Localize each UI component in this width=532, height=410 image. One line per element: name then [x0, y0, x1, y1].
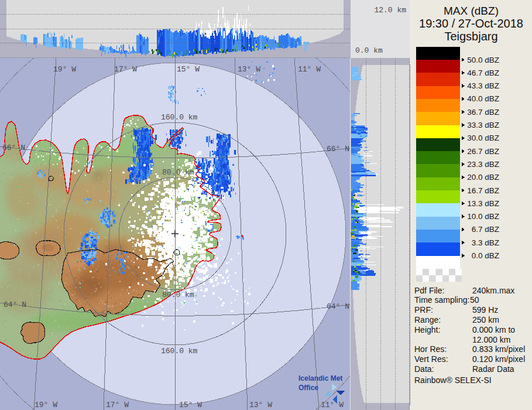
svg-text:20.0 dBZ: 20.0 dBZ: [467, 173, 499, 182]
svg-text:30.0 dBZ: 30.0 dBZ: [467, 134, 499, 142]
svg-text:80.0 km: 80.0 km: [162, 168, 194, 177]
svg-text:46.7 dBZ: 46.7 dBZ: [467, 69, 499, 77]
svg-text:Icelandic Met: Icelandic Met: [298, 374, 342, 382]
svg-text:Vert Res:: Vert Res:: [414, 354, 448, 364]
svg-text:11° W: 11° W: [321, 401, 344, 409]
svg-text:12.000 km: 12.000 km: [472, 335, 510, 344]
svg-text:0.0 dBZ: 0.0 dBZ: [472, 251, 499, 260]
svg-text:Teigsbjarg: Teigsbjarg: [444, 30, 497, 43]
svg-text:6.7 dBZ: 6.7 dBZ: [472, 225, 499, 234]
svg-text:250 km: 250 km: [472, 315, 499, 324]
svg-text:Time sampling:: Time sampling:: [414, 295, 469, 305]
svg-text:66° N: 66° N: [327, 145, 349, 153]
svg-text:50.0 dBZ: 50.0 dBZ: [467, 56, 499, 64]
svg-text:13.3 dBZ: 13.3 dBZ: [467, 199, 499, 208]
svg-text:64° N: 64° N: [4, 300, 26, 309]
svg-text:Office: Office: [298, 384, 318, 392]
svg-text:12.0 km: 12.0 km: [374, 6, 406, 15]
svg-text:26.7 dBZ: 26.7 dBZ: [467, 147, 499, 156]
svg-text:43.3 dBZ: 43.3 dBZ: [467, 81, 499, 90]
svg-text:10.0 dBZ: 10.0 dBZ: [467, 212, 499, 221]
svg-text:40.0 dBZ: 40.0 dBZ: [467, 94, 499, 103]
svg-text:80.0 km: 80.0 km: [162, 291, 194, 299]
svg-text:599 Hz: 599 Hz: [472, 305, 498, 315]
svg-text:Pdf File:: Pdf File:: [414, 286, 444, 295]
svg-text:64° N: 64° N: [327, 302, 349, 311]
svg-text:66° N: 66° N: [2, 144, 25, 152]
svg-text:0.0 km: 0.0 km: [355, 46, 383, 55]
svg-text:23.3 dBZ: 23.3 dBZ: [467, 160, 499, 169]
svg-text:36.7 dBZ: 36.7 dBZ: [467, 108, 499, 117]
svg-text:3.3 dBZ: 3.3 dBZ: [472, 238, 499, 247]
svg-text:19:30 / 27-Oct-2018: 19:30 / 27-Oct-2018: [419, 17, 523, 30]
svg-text:Data:: Data:: [414, 364, 434, 374]
svg-text:13° W: 13° W: [249, 401, 272, 409]
svg-text:19° W: 19° W: [35, 401, 57, 409]
svg-text:0.120 km/pixel: 0.120 km/pixel: [472, 354, 525, 364]
svg-text:0.000 km to: 0.000 km to: [472, 325, 515, 334]
svg-text:160.0 km: 160.0 km: [161, 113, 198, 122]
svg-text:160.0 km: 160.0 km: [161, 347, 198, 356]
svg-text:15° W: 15° W: [179, 401, 202, 409]
svg-text:13° W: 13° W: [238, 65, 260, 74]
svg-text:Rainbow® SELEX-SI: Rainbow® SELEX-SI: [414, 375, 492, 385]
svg-text:0.833 km/pixel: 0.833 km/pixel: [472, 344, 525, 354]
svg-text:11° W: 11° W: [298, 65, 321, 74]
svg-text:50: 50: [470, 295, 479, 305]
svg-text:PRF:: PRF:: [414, 305, 433, 315]
svg-text:MAX (dBZ): MAX (dBZ): [444, 5, 499, 17]
svg-text:17° W: 17° W: [106, 401, 129, 409]
svg-text:Range:: Range:: [414, 315, 441, 324]
svg-text:17° W: 17° W: [114, 65, 137, 74]
svg-text:16.7 dBZ: 16.7 dBZ: [467, 186, 499, 195]
svg-text:33.3 dBZ: 33.3 dBZ: [467, 121, 499, 129]
svg-text:240km.max: 240km.max: [472, 286, 514, 295]
svg-text:Radar Data: Radar Data: [472, 364, 514, 374]
svg-text:Hor Res:: Hor Res:: [414, 344, 447, 354]
svg-text:Height:: Height:: [414, 325, 440, 334]
svg-text:15° W: 15° W: [177, 65, 200, 74]
svg-text:19° W: 19° W: [53, 65, 76, 74]
